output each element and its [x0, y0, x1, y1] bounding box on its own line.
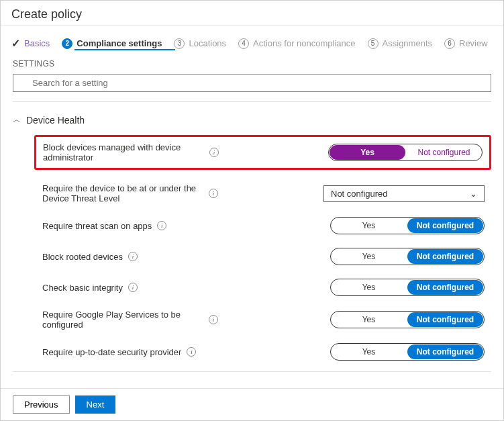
dropdown-value: Not configured — [331, 189, 388, 199]
label-text: Block devices managed with device admini… — [43, 142, 204, 162]
check-icon: ✓ — [11, 37, 20, 50]
search-wrap — [13, 74, 491, 92]
info-icon[interactable]: i — [157, 221, 166, 230]
step-review[interactable]: 6 Review — [444, 38, 488, 49]
setting-basic-integrity: Check basic integrity i Yes Not configur… — [1, 272, 503, 303]
step-locations[interactable]: 3 Locations — [174, 38, 226, 49]
search-input[interactable] — [13, 74, 491, 92]
toggle-basic-integrity[interactable]: Yes Not configured — [330, 279, 485, 296]
label-text: Require the device to be at or under the… — [42, 183, 203, 203]
footer: Previous Next — [1, 388, 503, 420]
setting-rooted-devices: Block rooted devices i Yes Not configure… — [1, 241, 503, 272]
setting-label: Block rooted devices i — [42, 252, 240, 262]
next-button[interactable]: Next — [75, 395, 116, 414]
info-icon[interactable]: i — [209, 148, 219, 157]
settings-heading: SETTINGS — [1, 50, 503, 74]
setting-block-device-admin: Block devices managed with device admini… — [43, 141, 483, 164]
toggle-option-yes[interactable]: Yes — [331, 344, 407, 360]
chevron-up-icon: ︿ — [13, 114, 21, 126]
dropdown-threat-level[interactable]: Not configured ⌄ — [323, 185, 485, 202]
label-text: Block rooted devices — [42, 252, 123, 262]
divider — [13, 371, 491, 372]
previous-button[interactable]: Previous — [13, 395, 70, 414]
info-icon[interactable]: i — [209, 189, 218, 198]
setting-security-provider: Require up-to-date security provider i Y… — [1, 336, 503, 367]
label-text: Check basic integrity — [42, 283, 123, 293]
setting-label: Require up-to-date security provider i — [42, 347, 240, 357]
info-icon[interactable]: i — [187, 347, 196, 357]
setting-control: Yes Not configured — [246, 343, 485, 361]
step-label: Locations — [189, 38, 226, 48]
toggle-option-not-configured[interactable]: Not configured — [407, 218, 483, 233]
chevron-down-icon: ⌄ — [470, 189, 477, 199]
step-number: 2 — [62, 38, 72, 49]
toggle-option-not-configured[interactable]: Not configured — [407, 344, 483, 359]
section-device-health[interactable]: ︿ Device Health — [1, 110, 503, 132]
toggle-option-yes[interactable]: Yes — [331, 312, 407, 328]
step-label: Review — [459, 38, 488, 48]
toggle-option-not-configured[interactable]: Not configured — [406, 144, 482, 160]
setting-control: Yes Not configured — [246, 248, 485, 265]
toggle-option-yes[interactable]: Yes — [331, 279, 407, 295]
step-number: 3 — [174, 38, 185, 49]
toggle-block-device-admin[interactable]: Yes Not configured — [328, 144, 483, 161]
setting-label: Check basic integrity i — [42, 283, 240, 293]
step-actions[interactable]: 4 Actions for noncompliance — [238, 38, 355, 49]
info-icon[interactable]: i — [209, 315, 218, 324]
highlighted-setting: Block devices managed with device admini… — [34, 135, 491, 170]
toggle-option-not-configured[interactable]: Not configured — [407, 249, 483, 264]
label-text: Require Google Play Services to be confi… — [42, 310, 203, 330]
setting-control: Yes Not configured — [246, 279, 485, 296]
step-compliance-settings[interactable]: 2 Compliance settings — [62, 38, 162, 49]
step-number: 6 — [444, 38, 455, 49]
step-basics[interactable]: ✓ Basics — [11, 37, 50, 50]
setting-control: Not configured ⌄ — [246, 185, 485, 202]
wizard-steps: ✓ Basics 2 Compliance settings 3 Locatio… — [1, 26, 503, 50]
info-icon[interactable]: i — [128, 283, 138, 292]
setting-threat-level: Require the device to be at or under the… — [1, 177, 503, 210]
toggle-option-yes[interactable]: Yes — [331, 248, 407, 265]
toggle-option-yes[interactable]: Yes — [331, 218, 407, 234]
toggle-threat-scan[interactable]: Yes Not configured — [330, 217, 485, 234]
label-text: Require threat scan on apps — [42, 221, 152, 231]
setting-threat-scan: Require threat scan on apps i Yes Not co… — [1, 210, 503, 241]
toggle-option-not-configured[interactable]: Not configured — [407, 280, 483, 295]
divider — [13, 101, 491, 102]
step-label: Basics — [24, 38, 50, 48]
setting-label: Block devices managed with device admini… — [43, 142, 231, 162]
step-assignments[interactable]: 5 Assignments — [368, 38, 432, 49]
setting-control: Yes Not configured — [236, 144, 483, 161]
toggle-option-not-configured[interactable]: Not configured — [407, 312, 483, 327]
step-number: 5 — [368, 38, 379, 49]
setting-control: Yes Not configured — [246, 311, 485, 328]
info-icon[interactable]: i — [128, 252, 138, 261]
section-title: Device Health — [26, 115, 85, 126]
step-label: Compliance settings — [77, 38, 162, 48]
label-text: Require up-to-date security provider — [42, 347, 181, 357]
active-step-underline — [74, 49, 175, 50]
page-title: Create policy — [1, 1, 503, 26]
setting-control: Yes Not configured — [246, 217, 485, 234]
step-label: Actions for noncompliance — [253, 38, 355, 48]
setting-label: Require the device to be at or under the… — [42, 183, 240, 203]
setting-label: Require threat scan on apps i — [42, 221, 240, 231]
toggle-rooted-devices[interactable]: Yes Not configured — [330, 248, 485, 265]
toggle-play-services[interactable]: Yes Not configured — [330, 311, 485, 328]
toggle-security-provider[interactable]: Yes Not configured — [330, 343, 485, 361]
setting-label: Require Google Play Services to be confi… — [42, 310, 240, 330]
toggle-option-yes[interactable]: Yes — [330, 145, 405, 160]
step-number: 4 — [238, 38, 249, 49]
setting-play-services: Require Google Play Services to be confi… — [1, 303, 503, 336]
step-label: Assignments — [383, 38, 432, 48]
